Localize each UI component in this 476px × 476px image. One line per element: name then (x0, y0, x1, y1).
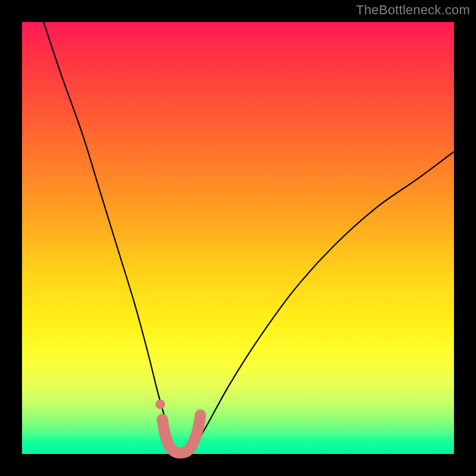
bottleneck-curve (43, 22, 454, 453)
highlight-dot (155, 400, 165, 409)
watermark-label: TheBottleneck.com (356, 2, 470, 18)
chart-series-group (43, 22, 454, 453)
chart-svg (0, 0, 476, 476)
highlight-bottom-curve (162, 415, 201, 453)
chart-frame: TheBottleneck.com (0, 0, 476, 476)
